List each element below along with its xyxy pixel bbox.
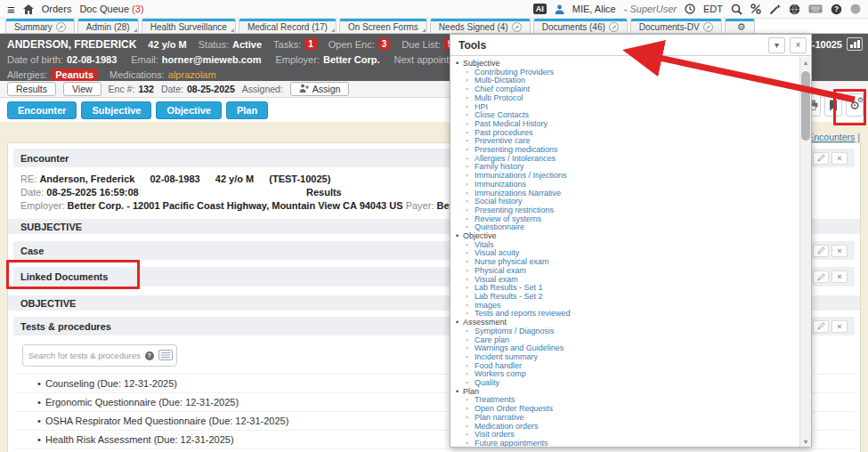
pencil-icon[interactable]	[813, 152, 829, 165]
assign-button[interactable]: Assign	[290, 82, 350, 96]
close-icon[interactable]: ×	[831, 320, 848, 333]
close-icon[interactable]: ×	[831, 245, 848, 257]
procedure-item[interactable]: Respirator Fit (Due: 12-31-2025)	[13, 448, 855, 452]
help-icon[interactable]: ?	[831, 4, 842, 15]
chart-tab[interactable]: Admin (28)	[77, 19, 139, 33]
tests-search-input[interactable]: Search for tests & procedures ?	[22, 344, 177, 367]
help-icon[interactable]: ?	[145, 351, 154, 360]
keyboard-icon[interactable]	[808, 4, 823, 13]
pencil-icon[interactable]	[813, 245, 829, 257]
medications-label: Medications:	[110, 69, 165, 80]
chart-tab[interactable]: ⚙	[725, 19, 755, 33]
chart-tab[interactable]: Documents-DV ↗	[630, 19, 722, 33]
top-menu-bar: ≡ Orders Doc Queue (3) AI MIE, Alice - S…	[0, 0, 868, 19]
pencil-icon[interactable]	[813, 270, 829, 283]
results-button[interactable]: Results	[7, 82, 56, 96]
email-value[interactable]: horner@mieweb.com	[162, 54, 262, 65]
status-circle-icon	[850, 4, 861, 14]
enc-number-label: Enc #:	[109, 84, 135, 94]
svg-text:?: ?	[834, 4, 839, 13]
medication-value[interactable]: alprazolam	[168, 69, 216, 80]
annotation-box-linked-documents	[6, 260, 140, 289]
assign-user-icon	[299, 84, 309, 94]
chevron-down-icon	[231, 28, 234, 32]
encounter-results-label: Results	[306, 187, 342, 198]
search-placeholder: Search for tests & procedures	[28, 351, 141, 360]
employer-value: Better Corp.	[323, 54, 380, 65]
chevron-down-icon	[422, 28, 426, 32]
current-user-role: - SuperUser	[624, 4, 677, 14]
tools-tree-item[interactable]: Workers comp	[450, 370, 799, 379]
allergy-badge[interactable]: Peanuts	[51, 69, 98, 81]
enc-date-value: 08-25-2025	[187, 84, 235, 94]
user-icon[interactable]	[555, 4, 564, 14]
dob-label: Date of birth:	[7, 54, 63, 65]
chart-tab[interactable]: Documents (46) ↗	[533, 19, 628, 33]
allergies-label: Allergies:	[7, 69, 47, 80]
chart-tab[interactable]: Medical Record (17)	[239, 19, 337, 33]
timezone-label[interactable]: EDT	[703, 4, 723, 14]
shortcuts-icon[interactable]	[750, 4, 761, 14]
enc-date-label: Date:	[161, 84, 183, 94]
cogs-icon: ⚙	[737, 22, 746, 32]
scroll-down-icon[interactable]: ▼	[800, 436, 811, 447]
close-icon[interactable]: ×	[790, 37, 807, 53]
patient-stat: Due List: 9	[402, 38, 456, 50]
encounter-section-title: Encounter	[20, 153, 69, 164]
tools-tree-item[interactable]: Questionnaire	[450, 223, 799, 232]
popout-icon[interactable]: ↗	[56, 22, 66, 32]
clock-icon	[685, 4, 695, 14]
scroll-up-icon[interactable]: ▲	[800, 57, 811, 68]
tools-panel-header: Tools ▾ ×	[450, 35, 811, 56]
hamburger-menu-icon[interactable]: ≡	[7, 3, 15, 16]
chevron-down-icon[interactable]: ▾	[768, 37, 785, 53]
patient-status: Status: Active	[199, 39, 262, 50]
current-user-name[interactable]: MIE, Alice	[572, 4, 616, 14]
pencil-icon[interactable]	[813, 320, 829, 333]
tools-tree-item[interactable]: Lab Results - Set 2	[450, 293, 799, 302]
popout-icon[interactable]: ↗	[512, 22, 522, 32]
globe-icon[interactable]	[789, 4, 800, 15]
section-nav-button[interactable]: Subjective	[81, 101, 151, 119]
section-nav-button[interactable]: Plan	[226, 101, 268, 119]
menu-item-doc-queue[interactable]: Doc Queue (3)	[79, 4, 143, 14]
chart-tab-bar: Summary ↗ Admin (28) Health Surveillance	[0, 19, 868, 34]
employer-label: Employer:	[275, 54, 320, 65]
tools-tree-item[interactable]: Multi Protocol	[450, 94, 799, 103]
section-nav-button[interactable]: Objective	[156, 101, 222, 119]
tools-scrollbar[interactable]: ▲ ▼	[799, 57, 811, 447]
close-icon[interactable]: ×	[831, 152, 848, 165]
tools-tree-item[interactable]: Objective	[450, 232, 799, 241]
search-icon[interactable]	[731, 4, 742, 15]
chart-tab[interactable]: Needs Signed (4) ↗	[430, 19, 531, 33]
flowsheet-chart-icon[interactable]	[847, 37, 863, 51]
dob-value: 02-08-1983	[67, 54, 117, 65]
email-label: Email:	[131, 54, 158, 65]
patient-stat: Tasks: 1	[273, 38, 317, 50]
section-nav-button[interactable]: Encounter	[7, 101, 77, 119]
tools-tree-item[interactable]: Quality	[450, 379, 799, 388]
ai-logo[interactable]: AI	[533, 4, 547, 14]
scrollbar-thumb[interactable]	[801, 71, 810, 141]
wand-icon[interactable]	[769, 4, 781, 15]
menu-item-orders[interactable]: Orders	[42, 4, 72, 14]
popout-icon[interactable]: ↗	[703, 22, 713, 32]
chart-tab[interactable]: Summary ↗	[5, 19, 75, 33]
list-icon[interactable]	[158, 350, 173, 362]
chart-tab[interactable]: On Screen Forms	[339, 19, 427, 33]
chevron-down-icon	[331, 28, 335, 32]
patient-age-sex: 42 y/o M	[148, 39, 186, 50]
popout-icon[interactable]: ↗	[609, 22, 619, 32]
stat-badge[interactable]: 3	[378, 38, 391, 50]
home-icon[interactable]	[23, 4, 34, 14]
chart-tab[interactable]: Health Surveillance	[142, 19, 236, 33]
webchart-app: ≡ Orders Doc Queue (3) AI MIE, Alice - S…	[0, 0, 868, 452]
view-button[interactable]: View	[63, 82, 101, 96]
tools-panel-title: Tools	[458, 39, 764, 52]
patient-name[interactable]: ANDERSON, FREDERICK	[7, 38, 136, 51]
tools-panel: Tools ▾ × Subjective Contributing Provid…	[450, 34, 812, 448]
annotation-box-cogs-button	[833, 89, 866, 125]
stat-badge[interactable]: 1	[304, 38, 317, 50]
tools-tree-item[interactable]: Future appointments	[450, 440, 799, 447]
close-icon[interactable]: ×	[831, 270, 848, 283]
